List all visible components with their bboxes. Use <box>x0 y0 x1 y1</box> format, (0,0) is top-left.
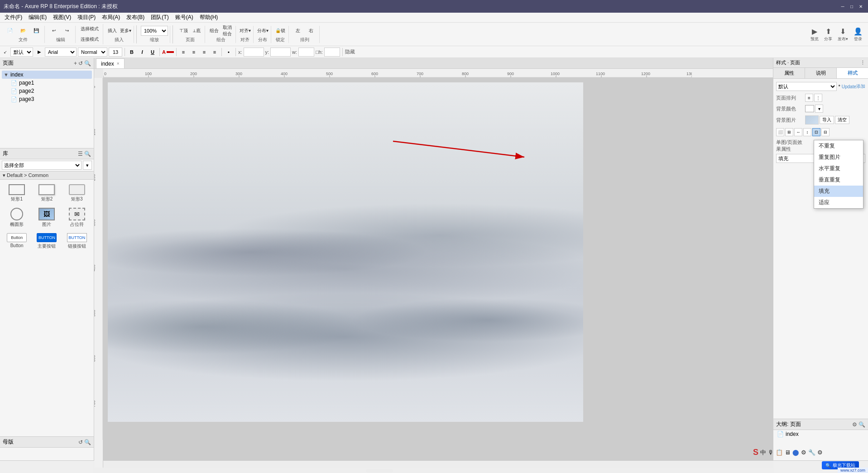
widget-btn-primary[interactable]: BUTTON 主要按钮 <box>33 231 61 251</box>
menu-view[interactable]: 视图(V) <box>50 13 74 22</box>
outline-search-icon[interactable]: 🔍 <box>858 421 865 428</box>
right-tab-style[interactable]: 样式 <box>837 68 868 78</box>
widget-btn-link[interactable]: BUTTON 链接按钮 <box>63 231 91 251</box>
widget-placeholder[interactable]: ✉ 占位符 <box>63 206 91 229</box>
preview-button[interactable]: ▶ 预览 <box>809 26 820 43</box>
library-search-icon[interactable]: 🔍 <box>84 151 91 157</box>
option-repeat-y[interactable]: 垂直重复 <box>814 174 863 186</box>
distribute-button[interactable]: 分布▾ <box>256 26 269 36</box>
y-input[interactable] <box>270 48 291 57</box>
h-input[interactable] <box>324 48 340 57</box>
masters-refresh-icon[interactable]: ↺ <box>78 439 83 445</box>
pages-refresh-icon[interactable]: ↺ <box>78 60 83 67</box>
menu-team[interactable]: 团队(T) <box>148 13 171 22</box>
group-button[interactable]: 组合 <box>208 26 221 36</box>
align-justify-button[interactable]: ≡ <box>210 48 219 57</box>
font-family-select[interactable]: Arial <box>45 48 77 57</box>
bg-color-swatch[interactable] <box>805 105 814 112</box>
italic-button[interactable]: I <box>138 48 147 57</box>
top-page-button[interactable]: ⊤顶 <box>177 26 190 36</box>
clear-image-button[interactable]: 清空 <box>835 116 849 124</box>
arrange-left-button[interactable]: 左 <box>292 26 304 36</box>
menu-account[interactable]: 账号(A) <box>173 13 196 22</box>
maximize-button[interactable]: □ <box>848 3 855 10</box>
widget-rect2[interactable]: 矩形2 <box>33 182 61 204</box>
tab-close-icon[interactable]: × <box>117 61 120 66</box>
pages-search-icon[interactable]: 🔍 <box>84 60 91 67</box>
undo-button[interactable]: ↩ <box>48 26 60 36</box>
bottom-page-button[interactable]: ⊥底 <box>190 26 203 36</box>
outline-filter-icon[interactable]: ⚙ <box>852 421 857 428</box>
font-style-select[interactable]: Normal Bold Italic <box>78 48 107 57</box>
align-right-button[interactable]: ≡ <box>200 48 209 57</box>
lock-button[interactable]: 🔒锁 <box>274 26 287 36</box>
align-button[interactable]: 对齐▾ <box>239 26 251 36</box>
publish-button[interactable]: ⬇ 发布▾ <box>836 26 850 43</box>
page-item-index[interactable]: ▼ index <box>2 71 92 79</box>
pages-add-icon[interactable]: + <box>74 60 77 67</box>
font-size-input[interactable] <box>109 48 122 57</box>
font-preset-select[interactable]: 默认 <box>10 48 33 57</box>
x-input[interactable] <box>244 48 264 57</box>
page-item-page2[interactable]: 📄 page2 <box>2 87 92 95</box>
page-item-page3[interactable]: 📄 page3 <box>2 95 92 103</box>
new-button[interactable]: 📄 <box>4 26 16 36</box>
add-style-link[interactable]: 添加 <box>856 83 865 90</box>
option-repeat-x[interactable]: 水平重复 <box>814 163 863 174</box>
bg-color-expand[interactable]: ▾ <box>815 105 823 113</box>
repeat-none-btn[interactable]: ⬜ <box>776 128 784 136</box>
canvas-container[interactable]: 0 100 200 300 400 500 600 700 80 <box>94 69 773 468</box>
w-input[interactable] <box>298 48 314 57</box>
page-item-page1[interactable]: 📄 page1 <box>2 79 92 87</box>
connect-mode-button[interactable]: 连接模式 <box>78 34 101 44</box>
insert-button[interactable]: 插入 <box>106 26 119 36</box>
font-preset-apply[interactable]: ▶ <box>34 48 43 57</box>
library-category[interactable]: ▾ Default > Common <box>0 172 94 180</box>
widget-rect1[interactable]: 矩形1 <box>3 182 31 204</box>
widget-rect3[interactable]: 矩形3 <box>63 182 91 204</box>
underline-button[interactable]: U <box>148 48 157 57</box>
repeat-fill-btn[interactable]: ⊡ <box>812 128 820 136</box>
menu-publish[interactable]: 发布(B) <box>124 13 147 22</box>
widget-circle[interactable]: 椭圆形 <box>3 206 31 229</box>
repeat-y-btn[interactable]: ↕ <box>803 128 811 136</box>
library-arrow-button[interactable]: ▾ <box>83 161 92 170</box>
widget-btn-default[interactable]: Button Button <box>3 231 31 251</box>
library-menu-icon[interactable]: ☰ <box>78 151 83 157</box>
redo-button[interactable]: ↪ <box>61 26 73 36</box>
align-center-button[interactable]: ≡ <box>189 48 198 57</box>
layout-left-button[interactable]: ≡ <box>805 94 813 102</box>
import-image-button[interactable]: 导入 <box>820 116 834 124</box>
save-button[interactable]: 💾 <box>30 26 43 36</box>
default-widget-button[interactable]: ↙ <box>2 48 9 56</box>
masters-search-icon[interactable]: 🔍 <box>84 439 91 445</box>
canvas-content[interactable] <box>108 82 583 422</box>
widget-image[interactable]: 🖼 图片 <box>33 206 61 229</box>
repeat-fit-btn[interactable]: ⊟ <box>821 128 830 136</box>
option-no-repeat[interactable]: 不重复 <box>814 140 863 152</box>
layout-center-button[interactable]: ⋮ <box>814 94 822 102</box>
outline-item-index[interactable]: 📄 index <box>773 430 868 438</box>
canvas-tab-index[interactable]: index × <box>96 58 125 68</box>
select-mode-button[interactable]: 选择模式 <box>78 24 101 34</box>
open-button[interactable]: 📂 <box>17 26 29 36</box>
option-fill[interactable]: 填充 <box>814 186 863 197</box>
zoom-select[interactable]: 50% 75% 100% 150% 200% <box>141 26 168 36</box>
repeat-all-btn[interactable]: ⊞ <box>785 128 793 136</box>
align-left-button[interactable]: ≡ <box>179 48 188 57</box>
right-tab-properties[interactable]: 属性 <box>773 68 805 78</box>
menu-project[interactable]: 项目(P) <box>75 13 98 22</box>
menu-layout[interactable]: 布局(A) <box>99 13 123 22</box>
menu-help[interactable]: 帮助(H) <box>197 13 221 22</box>
repeat-x-btn[interactable]: ↔ <box>794 128 802 136</box>
bullet-button[interactable]: • <box>224 48 233 57</box>
share-button[interactable]: ⬆ 分享 <box>822 26 834 43</box>
close-button[interactable]: ✕ <box>857 3 864 10</box>
login-button[interactable]: 👤 登录 <box>852 26 864 43</box>
right-panel-icon1[interactable]: ⋮ <box>860 60 865 66</box>
more-button[interactable]: 更多▾ <box>119 26 132 36</box>
library-select-all[interactable]: 选择全部 <box>2 161 82 170</box>
option-fit[interactable]: 适应 <box>814 197 863 208</box>
style-select[interactable]: 默认 <box>776 82 837 91</box>
update-style-link[interactable]: Update <box>842 84 856 89</box>
